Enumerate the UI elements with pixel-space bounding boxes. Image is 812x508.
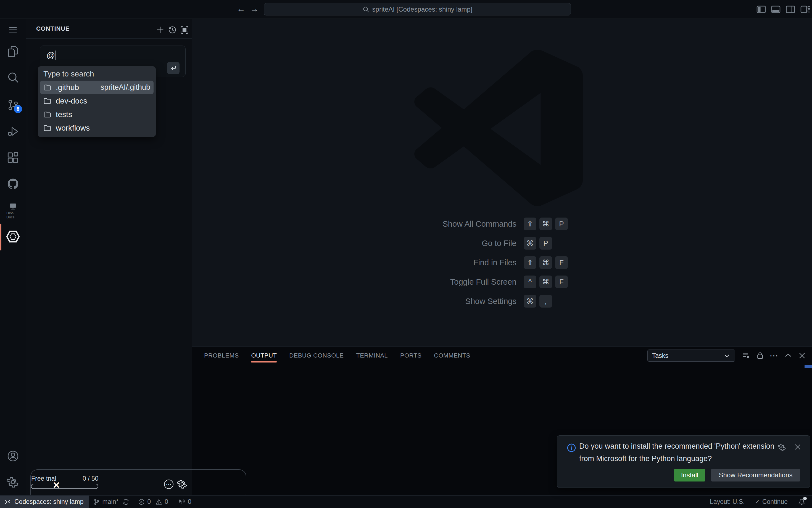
keycap: ⇧: [524, 256, 536, 269]
notification-line2: from Microsoft for the Python language?: [579, 453, 774, 465]
search-view-icon[interactable]: [6, 71, 19, 84]
keycap: ⌘: [539, 276, 552, 288]
submit-enter-button[interactable]: [167, 62, 179, 74]
keycap: ⌘: [539, 256, 552, 269]
branch-label: main*: [103, 498, 119, 506]
folder-icon: [43, 97, 52, 104]
shortcut-label: Show All Commands: [276, 219, 517, 228]
source-control-badge: 8: [14, 105, 22, 113]
customize-layout-icon[interactable]: [800, 4, 810, 15]
warnings-icon: [155, 498, 162, 506]
shortcut-row: Go to File ⌘P: [276, 237, 580, 250]
notification-actions: [778, 443, 802, 451]
search-icon: [362, 6, 370, 13]
output-channel-select[interactable]: Tasks: [647, 349, 735, 362]
navigate-back-button[interactable]: ←: [235, 3, 247, 15]
dev-docs-icon[interactable]: Dev-Docs: [6, 202, 19, 220]
keycap: ⌘: [524, 295, 536, 307]
tab-terminal[interactable]: TERMINAL: [356, 348, 388, 363]
accounts-icon[interactable]: [6, 450, 19, 463]
shortcut-label: Toggle Full Screen: [276, 278, 517, 287]
folder-icon: [43, 111, 52, 118]
scroll-indicator[interactable]: [805, 365, 812, 368]
dropdown-item-workflows[interactable]: workflows: [40, 121, 154, 135]
keyboard-layout-status[interactable]: Layout: U.S.: [710, 498, 745, 506]
tab-problems[interactable]: PROBLEMS: [204, 348, 239, 363]
branch-status[interactable]: main*: [93, 498, 130, 506]
notification-message: Do you want to install the recommended '…: [579, 440, 774, 465]
keycap: ,: [539, 295, 552, 307]
info-icon: [566, 443, 576, 453]
keycap: F: [555, 256, 568, 269]
tab-comments[interactable]: COMMENTS: [434, 348, 470, 363]
dropdown-item-github[interactable]: .github spriteAI/.github: [40, 81, 154, 94]
vscode-watermark-logo: [414, 47, 583, 206]
dropdown-item-tests[interactable]: tests: [40, 108, 154, 121]
warnings-count: 0: [165, 498, 168, 506]
dropdown-hint: Type to search: [38, 66, 156, 81]
title-bar: ← → spriteAI [Codespaces: shiny lamp]: [0, 0, 812, 19]
feedback-icon[interactable]: ⋯: [164, 479, 173, 489]
chevron-down-icon: [723, 352, 731, 359]
toggle-secondary-sidebar-icon[interactable]: [785, 4, 796, 15]
status-bar: Codespaces: shiny lamp main* 0 0 0 Layou…: [0, 495, 812, 508]
new-session-plus-icon[interactable]: [156, 25, 165, 35]
notification-buttons: Install Show Recommendations: [674, 469, 800, 481]
install-button[interactable]: Install: [674, 469, 705, 481]
keycap: ^: [524, 276, 536, 288]
tab-ports[interactable]: PORTS: [400, 348, 421, 363]
continue-status[interactable]: ✓ Continue: [755, 498, 788, 506]
lock-icon[interactable]: [756, 351, 765, 360]
notifications-bell-icon[interactable]: [798, 498, 806, 506]
show-recommendations-button[interactable]: Show Recommendations: [711, 469, 800, 481]
dropdown-item-label: workflows: [56, 124, 90, 132]
close-panel-icon[interactable]: [798, 351, 807, 360]
panel-controls: Tasks ⋯: [647, 349, 807, 362]
shortcut-row: Find in Files ⇧⌘F: [276, 256, 580, 269]
toggle-primary-sidebar-icon[interactable]: [756, 4, 766, 15]
explorer-icon[interactable]: [6, 45, 19, 58]
toggle-panel-icon[interactable]: [771, 4, 781, 15]
settings-gear-icon[interactable]: [6, 475, 19, 489]
command-center-text: spriteAI [Codespaces: shiny lamp]: [372, 5, 473, 13]
command-center-search[interactable]: spriteAI [Codespaces: shiny lamp]: [264, 3, 571, 15]
problems-status[interactable]: 0 0: [138, 498, 168, 506]
maximize-panel-icon[interactable]: [784, 351, 793, 360]
notification-line1: Do you want to install the recommended '…: [579, 440, 774, 453]
status-bar-right: Layout: U.S. ✓ Continue: [710, 498, 812, 506]
panel-tab-bar: PROBLEMS OUTPUT DEBUG CONSOLE TERMINAL P…: [204, 347, 470, 365]
history-icon[interactable]: [168, 25, 177, 35]
continue-settings-gear-icon[interactable]: [177, 479, 188, 489]
continue-extension-icon[interactable]: [6, 230, 19, 243]
sync-icon[interactable]: [122, 498, 129, 506]
output-channel-value: Tasks: [652, 352, 668, 359]
dropdown-item-detail: spriteAI/.github: [100, 83, 150, 92]
active-view-indicator: [0, 224, 1, 250]
ports-status[interactable]: 0: [178, 498, 191, 506]
tab-output[interactable]: OUTPUT: [251, 348, 277, 363]
run-debug-icon[interactable]: [6, 125, 19, 138]
remote-indicator[interactable]: Codespaces: shiny lamp: [0, 496, 89, 508]
tab-debug-console[interactable]: DEBUG CONSOLE: [289, 348, 343, 363]
source-control-icon[interactable]: 8: [6, 98, 19, 112]
layout-controls: [756, 4, 810, 15]
chat-input-value: @: [46, 50, 56, 60]
extensions-icon[interactable]: [6, 151, 19, 164]
notification-settings-gear-icon[interactable]: [778, 443, 786, 451]
sidebar-header: CONTINUE: [26, 19, 192, 39]
shortcut-label: Go to File: [276, 239, 517, 248]
navigate-forward-button[interactable]: →: [249, 3, 260, 15]
dropdown-item-dev-docs[interactable]: dev-docs: [40, 94, 154, 108]
fullscreen-icon[interactable]: [180, 25, 189, 35]
keycap: F: [555, 276, 568, 288]
clear-output-icon[interactable]: [742, 351, 751, 360]
keycap: ⌘: [524, 237, 536, 250]
shortcut-label: Show Settings: [276, 297, 517, 306]
free-trial-usage: 0 / 50: [83, 475, 98, 482]
ports-count: 0: [188, 498, 191, 506]
notification-close-icon[interactable]: [794, 443, 802, 451]
github-icon[interactable]: [6, 177, 19, 190]
more-actions-icon[interactable]: ⋯: [769, 350, 779, 361]
cursor-x-marker: ✕: [52, 480, 60, 491]
menu-icon[interactable]: [6, 23, 19, 36]
